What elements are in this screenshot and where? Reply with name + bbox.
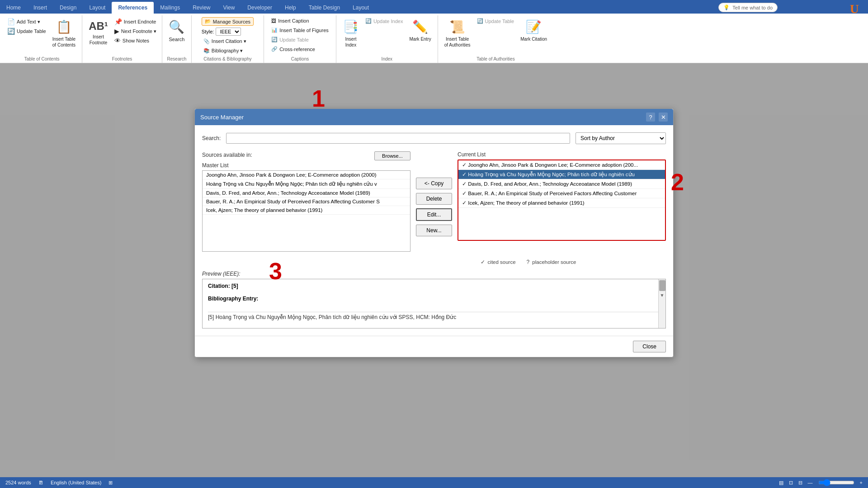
toc-group-label: Table of Contents (24, 56, 60, 63)
tab-layout[interactable]: Layout (83, 2, 112, 14)
tab-review[interactable]: Review (186, 2, 217, 14)
dialog-titlebar-buttons: ? ✕ (646, 113, 668, 122)
current-list-item[interactable]: Davis, D. Fred, and Arbor, Ann.; Technol… (458, 179, 665, 189)
index-icon: 📑 (343, 19, 359, 35)
search-button[interactable]: 🔍 Search (166, 17, 188, 45)
insert-index-button[interactable]: 📑 InsertIndex (340, 17, 362, 50)
edit-button[interactable]: Edit... (416, 208, 452, 221)
tab-help[interactable]: Help (278, 2, 302, 14)
search-input[interactable] (226, 133, 570, 144)
insert-table-figures-button[interactable]: 📊 Insert Table of Figures (269, 26, 330, 34)
index-group-label: Index (382, 56, 392, 63)
search-row: Search: Sort by Author Sort by Title Sor… (202, 132, 666, 144)
insert-endnote-button[interactable]: 📌 Insert Endnote (113, 17, 158, 26)
preview-box: Citation: [5] Bibliography Entry: [5] Ho… (202, 279, 666, 328)
cross-reference-button[interactable]: 🔗 Cross-reference (269, 45, 317, 53)
cross-reference-icon: 🔗 (271, 46, 278, 52)
list-item[interactable]: Hoàng Trọng và Chu Nguyễn Mộng Ngọc; Phâ… (203, 179, 410, 189)
master-list-label: Master List (202, 162, 410, 169)
mark-entry-button[interactable]: ✏️ Mark Entry (406, 17, 434, 44)
dialog-overlay: Source Manager ? ✕ Search: Sort by Autho… (0, 63, 868, 479)
close-button[interactable]: Close (633, 341, 666, 352)
legend-row: ✓ cited source ? placeholder source (481, 259, 666, 265)
current-list-box[interactable]: Joongho Ahn, Jinsoo Park & Dongwon Lee; … (458, 160, 666, 241)
dialog-titlebar: Source Manager ? ✕ (195, 109, 673, 125)
legend-cited: ✓ cited source (481, 259, 516, 265)
citation-icon: 📎 (203, 38, 210, 44)
authorities-group-label: Table of Authorities (476, 56, 515, 63)
source-manager-dialog: Source Manager ? ✕ Search: Sort by Autho… (194, 108, 674, 357)
group-index: 📑 InsertIndex 🔄 Update Index ✏️ Mark Ent… (336, 15, 438, 63)
update-index-button[interactable]: 🔄 Update Index (363, 17, 405, 25)
help-button[interactable]: ? (646, 113, 655, 122)
caption-icon: 🖼 (271, 18, 276, 23)
update-index-icon: 🔄 (365, 18, 372, 24)
status-bar: 2524 words 🖹 English (United States) ⊞ ▤… (0, 477, 868, 479)
bibliography-button[interactable]: 📚 Bibliography ▾ (202, 47, 245, 55)
lightbulb-icon: 💡 (723, 5, 730, 10)
insert-table-authorities-button[interactable]: 📜 Insert Tableof Authorities (442, 17, 473, 50)
update-table-icon: 🔄 (7, 28, 15, 35)
show-notes-button[interactable]: 👁 Show Notes (113, 36, 158, 45)
list-item[interactable]: Davis, D. Fred, and Arbor, Ann.; Technol… (203, 189, 410, 197)
group-table-authorities: 📜 Insert Tableof Authorities 🔄 Update Ta… (438, 15, 553, 63)
footnote-icon: AB¹ (89, 19, 108, 33)
close-title-button[interactable]: ✕ (659, 113, 668, 122)
tell-me-bar[interactable]: 💡 Tell me what to do (718, 3, 778, 12)
legend-placeholder: ? placeholder source (527, 259, 576, 265)
group-citations: 📂 Manage Sources Style: IEEE 📎 Insert Ci… (192, 15, 264, 63)
manage-sources-button[interactable]: 📂 Manage Sources (202, 17, 254, 26)
insert-table-of-contents-button[interactable]: 📋 Insert Tableof Contents (50, 17, 79, 50)
search-icon: 🔍 (169, 19, 184, 35)
current-list-item[interactable]: Bauer, R. A.; An Empirical Study of Perc… (458, 189, 665, 198)
browse-button[interactable]: Browse... (374, 151, 410, 160)
dialog-footer: Close (195, 336, 673, 357)
add-text-icon: 📄 (7, 18, 15, 25)
list-item[interactable]: Bauer, R. A.; An Empirical Study of Perc… (203, 197, 410, 206)
current-list-item-selected[interactable]: Hoàng Trọng và Chu Nguyễn Mộng Ngọc; Phâ… (458, 170, 665, 179)
endnote-icon: 📌 (114, 18, 122, 25)
tab-insert[interactable]: Insert (27, 2, 53, 14)
dialog-title: Source Manager (200, 114, 244, 121)
next-footnote-button[interactable]: ▶ Next Footnote ▾ (113, 27, 158, 36)
toc-icon: 📋 (56, 19, 72, 35)
tab-references[interactable]: References (112, 2, 154, 14)
update-table-button[interactable]: 🔄 Update Table (5, 27, 48, 36)
citations-group-label: Citations & Bibliography (203, 56, 251, 63)
style-select[interactable]: IEEE (216, 28, 241, 36)
tab-view[interactable]: View (217, 2, 241, 14)
master-list-box[interactable]: Joongho Ahn, Jinsoo Park & Dongwon Lee; … (202, 170, 410, 252)
preview-scrollbar[interactable]: ▼ (658, 279, 665, 328)
tab-table-design[interactable]: Table Design (302, 2, 346, 14)
mark-citation-button[interactable]: 📝 Mark Citation (518, 17, 550, 44)
sort-select[interactable]: Sort by Author Sort by Title Sort by Yea… (576, 132, 666, 144)
sources-available-label: Sources available in: (202, 152, 252, 158)
list-item[interactable]: Joongho Ahn, Jinsoo Park & Dongwon Lee; … (203, 171, 410, 179)
current-list-item[interactable]: Icek, Ajzen; The theory of planned behav… (458, 198, 665, 208)
tab-home[interactable]: Home (0, 2, 27, 14)
update-authorities-icon: 🔄 (477, 18, 483, 24)
delete-button[interactable]: Delete (416, 193, 452, 205)
tab-layout2[interactable]: Layout (346, 2, 375, 14)
group-table-of-contents: 📄 Add Text ▾ 🔄 Update Table 📋 Insert Tab… (2, 15, 82, 63)
list-item[interactable]: Icek, Ajzen; The theory of planned behav… (203, 206, 410, 215)
footnotes-group-label: Footnotes (112, 56, 132, 63)
preview-text: [5] Hoàng Trọng và Chu Nguyễn Mộng Ngọc,… (208, 312, 660, 320)
mark-citation-icon: 📝 (526, 19, 542, 35)
update-table-authorities-button[interactable]: 🔄 Update Table (475, 17, 516, 25)
insert-caption-button[interactable]: 🖼 Insert Caption (269, 17, 311, 24)
update-table-captions-button[interactable]: 🔄 Update Table (269, 36, 311, 43)
tab-design[interactable]: Design (53, 2, 83, 14)
bibliography-icon: 📚 (203, 48, 210, 54)
current-list-item[interactable]: Joongho Ahn, Jinsoo Park & Dongwon Lee; … (458, 160, 665, 170)
new-button[interactable]: New... (416, 225, 452, 236)
group-captions: 🖼 Insert Caption 📊 Insert Table of Figur… (264, 15, 336, 63)
copy-button[interactable]: <- Copy (416, 178, 452, 189)
tab-mailings[interactable]: Mailings (154, 2, 186, 14)
master-list-panel: Sources available in: Browse... Master L… (202, 151, 410, 252)
current-list-panel: Current List Joongho Ahn, Jinsoo Park & … (458, 151, 666, 252)
tab-developer[interactable]: Developer (241, 2, 278, 14)
add-text-button[interactable]: 📄 Add Text ▾ (5, 17, 48, 26)
insert-citation-button[interactable]: 📎 Insert Citation ▾ (202, 38, 248, 45)
insert-footnote-button[interactable]: AB¹ InsertFootnote (86, 17, 111, 47)
